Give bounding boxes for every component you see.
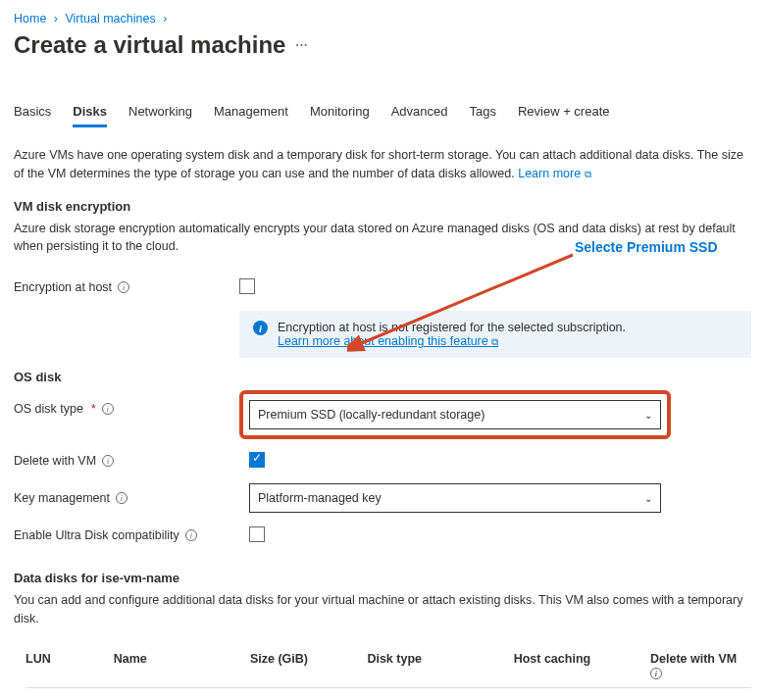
info-icon[interactable]: i — [650, 668, 662, 679]
annotation-callout: Selecte Premium SSD — [575, 239, 718, 255]
chevron-down-icon: ⌄ — [644, 493, 652, 504]
tab-review[interactable]: Review + create — [518, 104, 610, 127]
info-banner: i Encryption at host is not registered f… — [239, 311, 751, 358]
delete-vm-checkbox[interactable] — [249, 452, 265, 468]
encryption-host-label: Encryption at host — [14, 280, 112, 294]
osdisk-type-select[interactable]: Premium SSD (locally-redundant storage)⌄ — [249, 400, 661, 429]
breadcrumb: Home › Virtual machines › — [14, 12, 751, 25]
tab-advanced[interactable]: Advanced — [391, 104, 448, 127]
tabs: Basics Disks Networking Management Monit… — [14, 104, 751, 128]
ultra-disk-checkbox[interactable] — [249, 526, 265, 542]
tab-networking[interactable]: Networking — [128, 104, 192, 127]
col-type: Disk type — [367, 652, 474, 680]
banner-text: Encryption at host is not registered for… — [278, 321, 626, 334]
info-icon[interactable]: i — [102, 455, 114, 467]
chevron-down-icon: ⌄ — [644, 410, 652, 421]
tab-management[interactable]: Management — [214, 104, 288, 127]
key-mgmt-select[interactable]: Platform-managed key⌄ — [249, 483, 661, 513]
datadisks-heading: Data disks for ise-vm-name — [14, 571, 751, 585]
col-name: Name — [114, 652, 211, 680]
more-icon[interactable]: ··· — [295, 38, 308, 52]
learn-more-link[interactable]: Learn more ⧉ — [518, 167, 590, 180]
key-mgmt-label: Key management — [14, 491, 110, 505]
ultra-disk-label: Enable Ultra Disk compatibility — [14, 528, 179, 542]
intro-text: Azure VMs have one operating system disk… — [14, 146, 751, 183]
external-link-icon: ⧉ — [585, 169, 591, 179]
external-link-icon: ⧉ — [491, 336, 498, 347]
page-title: Create a virtual machine··· — [14, 31, 751, 59]
breadcrumb-home[interactable]: Home — [14, 12, 46, 25]
chevron-icon: › — [54, 12, 58, 25]
info-icon[interactable]: i — [116, 492, 128, 504]
encryption-host-checkbox[interactable] — [239, 278, 255, 294]
highlight-os-disk-type: Premium SSD (locally-redundant storage)⌄ — [239, 390, 671, 439]
tab-basics[interactable]: Basics — [14, 104, 51, 127]
col-size: Size (GiB) — [250, 652, 328, 680]
info-icon[interactable]: i — [185, 529, 197, 541]
datadisks-desc: You can add and configure additional dat… — [14, 591, 751, 628]
tab-disks[interactable]: Disks — [73, 104, 107, 127]
breadcrumb-vm[interactable]: Virtual machines — [65, 12, 155, 25]
info-icon[interactable]: i — [118, 281, 129, 293]
chevron-icon: › — [163, 12, 167, 25]
osdisk-heading: OS disk — [14, 370, 751, 384]
osdisk-type-label: OS disk type — [14, 402, 83, 416]
col-delete: Delete with VM i — [650, 652, 751, 680]
tab-tags[interactable]: Tags — [469, 104, 495, 127]
info-icon[interactable]: i — [102, 403, 114, 415]
banner-link[interactable]: Learn more about enabling this feature ⧉ — [278, 334, 498, 348]
delete-vm-label: Delete with VM — [14, 454, 96, 468]
col-lun: LUN — [26, 652, 75, 680]
tab-monitoring[interactable]: Monitoring — [310, 104, 370, 127]
info-circle-icon: i — [253, 321, 268, 335]
datadisk-columns: LUN Name Size (GiB) Disk type Host cachi… — [26, 644, 751, 689]
col-cache: Host caching — [514, 652, 611, 680]
encryption-heading: VM disk encryption — [14, 199, 751, 214]
